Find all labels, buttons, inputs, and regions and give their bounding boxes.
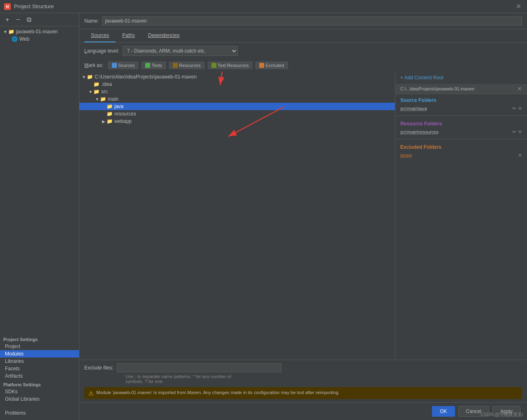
- sidebar-item-sdks[interactable]: SDKs: [0, 388, 79, 395]
- sidebar: + − ⧉ ▼ 📁 javaweb-01-maven 🌐 Web Project…: [0, 13, 79, 420]
- source-folder-actions: ✏ ✕: [512, 106, 522, 111]
- watermark: CSDN @今晚梦里见i: [481, 411, 523, 418]
- resources-color-icon: [173, 63, 178, 68]
- dialog: M Project Structure ✕ + − ⧉ ▼ 📁 javaweb-…: [0, 0, 527, 420]
- content-root-header: C:\...IdeaProjects\javaweb-01-maven ✕: [395, 84, 527, 94]
- mark-as-label: Mark as:: [84, 62, 103, 68]
- sidebar-item-project[interactable]: Project: [0, 343, 79, 350]
- exclude-files-row: Exclude files:: [84, 363, 522, 372]
- excluded-folders-section: Excluded Folders target ✕: [395, 141, 527, 161]
- tabs-bar: Sources Paths Dependencies: [79, 29, 527, 43]
- add-content-root-button[interactable]: + Add Content Root: [395, 72, 527, 84]
- name-bar: Name:: [79, 13, 527, 29]
- copy-module-button[interactable]: ⧉: [25, 16, 33, 24]
- excluded-folder-path: target: [400, 153, 518, 158]
- panels-row: ▼ 📁 C:\Users\Alex\IdeaProjects\javaweb-0…: [79, 72, 527, 360]
- ok-button[interactable]: OK: [432, 406, 455, 417]
- mark-as-bar: Mark as: Sources Tests Resources Test Re…: [79, 59, 527, 72]
- bottom-area: Exclude files: Use ; to separate name pa…: [79, 360, 527, 402]
- mark-as-tests-button[interactable]: Tests: [142, 62, 166, 69]
- resource-folder-path: src\main\resources: [400, 129, 512, 134]
- resource-folder-actions: ✏ ✕: [512, 129, 522, 135]
- resource-folders-section: Resource Folders src\main\resources ✏ ✕: [395, 118, 527, 137]
- tab-paths[interactable]: Paths: [116, 29, 142, 42]
- excluded-color-icon: [259, 63, 264, 68]
- ft-webapp[interactable]: ▶ 📁 webapp: [79, 118, 395, 125]
- java-folder-icon: 📁: [107, 104, 113, 109]
- action-bar: OK Cancel Apply: [79, 402, 527, 420]
- resource-folder-entry: src\main\resources ✏ ✕: [400, 128, 522, 136]
- add-module-button[interactable]: +: [3, 16, 12, 24]
- source-folders-title: Source Folders: [400, 97, 522, 103]
- lang-level-label: Language level:: [84, 48, 119, 54]
- lang-level-bar: Language level: 7 - Diamonds, ARM, multi…: [79, 43, 527, 59]
- module-icon: 📁: [8, 29, 14, 35]
- mark-as-resources-button[interactable]: Resources: [169, 62, 204, 69]
- tests-color-icon: [145, 63, 150, 68]
- ft-resources[interactable]: 📁 resources: [79, 110, 395, 118]
- idea-folder-icon: 📁: [93, 81, 100, 87]
- project-settings-header: Project Settings: [0, 335, 79, 343]
- file-tree: ▼ 📁 C:\Users\Alex\IdeaProjects\javaweb-0…: [79, 72, 395, 360]
- src-folder-icon: 📁: [93, 89, 100, 95]
- excluded-folder-actions: ✕: [518, 152, 522, 158]
- main-content: + − ⧉ ▼ 📁 javaweb-01-maven 🌐 Web Project…: [0, 13, 527, 420]
- source-folder-entry: src\main\java ✏ ✕: [400, 105, 522, 112]
- close-window-button[interactable]: ✕: [514, 2, 523, 10]
- exclude-files-hint: Use ; to separate name patterns, * for a…: [125, 374, 522, 384]
- resource-folders-title: Resource Folders: [400, 121, 522, 127]
- ft-src[interactable]: ▼ 📁 src: [79, 88, 395, 95]
- source-folders-section: Source Folders src\main\java ✏ ✕: [395, 94, 527, 114]
- ft-root[interactable]: ▼ 📁 C:\Users\Alex\IdeaProjects\javaweb-0…: [79, 73, 395, 81]
- source-folder-path: src\main\java: [400, 106, 512, 111]
- warning-icon: ⚠: [88, 390, 94, 397]
- name-label: Name:: [84, 18, 99, 24]
- resource-folder-edit-button[interactable]: ✏: [512, 129, 516, 135]
- mark-as-test-resources-button[interactable]: Test Resources: [208, 62, 253, 69]
- tab-dependencies[interactable]: Dependencies: [142, 29, 186, 42]
- excluded-folder-remove-button[interactable]: ✕: [518, 152, 522, 158]
- info-panel: + Add Content Root C:\...IdeaProjects\ja…: [395, 72, 527, 360]
- resource-folder-remove-button[interactable]: ✕: [518, 129, 522, 135]
- source-folder-remove-button[interactable]: ✕: [518, 106, 522, 111]
- app-icon: M: [4, 3, 11, 10]
- platform-settings-header: Platform Settings: [0, 380, 79, 388]
- ft-main[interactable]: ▼ 📁 main: [79, 95, 395, 103]
- exclude-files-input[interactable]: [117, 363, 281, 372]
- sidebar-item-facets[interactable]: Facets: [0, 365, 79, 372]
- excluded-folder-entry: target ✕: [400, 152, 522, 159]
- name-input[interactable]: [102, 16, 522, 25]
- sidebar-item-libraries[interactable]: Libraries: [0, 358, 79, 365]
- ft-java[interactable]: 📁 java: [79, 103, 395, 110]
- sidebar-project-tree: ▼ 📁 javaweb-01-maven 🌐 Web: [0, 26, 79, 331]
- lang-level-select[interactable]: 7 - Diamonds, ARM, multi-catch etc.: [123, 46, 238, 56]
- web-icon: 🌐: [12, 36, 18, 42]
- root-folder-icon: 📁: [87, 74, 93, 80]
- tree-item-web[interactable]: 🌐 Web: [0, 35, 79, 43]
- content-root-close-button[interactable]: ✕: [517, 85, 522, 92]
- tree-arrow: ▼: [3, 30, 7, 34]
- tab-sources[interactable]: Sources: [84, 29, 116, 42]
- excluded-folders-title: Excluded Folders: [400, 144, 522, 150]
- title-bar: M Project Structure ✕: [0, 0, 527, 13]
- sidebar-item-artifacts[interactable]: Artifacts: [0, 372, 79, 380]
- warning-text: Module 'javaweb-01-maven' is imported fr…: [96, 390, 339, 396]
- remove-module-button[interactable]: −: [14, 16, 22, 24]
- sidebar-item-problems[interactable]: Problems: [0, 409, 79, 417]
- content-area: Name: Sources Paths Dependencies Languag…: [79, 13, 527, 420]
- main-folder-icon: 📁: [100, 96, 106, 102]
- mark-as-excluded-button[interactable]: Excluded: [255, 62, 288, 69]
- ft-idea[interactable]: 📁 .idea: [79, 81, 395, 88]
- mark-as-sources-button[interactable]: Sources: [108, 62, 138, 69]
- exclude-files-label: Exclude files:: [84, 365, 114, 371]
- tree-item-javaweb[interactable]: ▼ 📁 javaweb-01-maven: [0, 28, 79, 35]
- warning-bar: ⚠ Module 'javaweb-01-maven' is imported …: [84, 387, 522, 399]
- sidebar-toolbar: + − ⧉: [0, 13, 79, 26]
- sidebar-item-modules[interactable]: Modules: [0, 350, 79, 358]
- sidebar-item-global-libraries[interactable]: Global Libraries: [0, 395, 79, 403]
- title-bar-text: Project Structure: [14, 3, 514, 9]
- source-folder-edit-button[interactable]: ✏: [512, 106, 516, 111]
- resources-folder-icon: 📁: [107, 111, 113, 117]
- file-tree-panel: ▼ 📁 C:\Users\Alex\IdeaProjects\javaweb-0…: [79, 72, 395, 360]
- sources-color-icon: [112, 63, 117, 68]
